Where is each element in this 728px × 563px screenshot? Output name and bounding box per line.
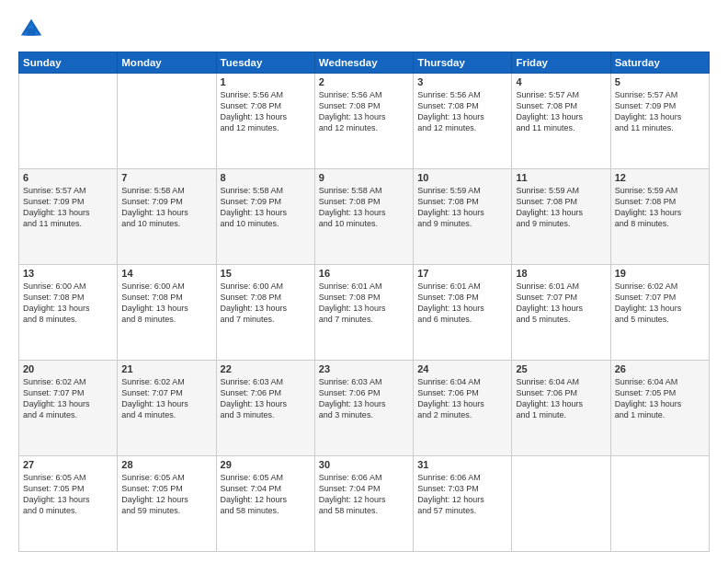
table-row: 27Sunrise: 6:05 AM Sunset: 7:05 PM Dayli…	[19, 456, 118, 552]
table-row: 11Sunrise: 5:59 AM Sunset: 7:08 PM Dayli…	[512, 169, 610, 265]
cell-detail: Sunrise: 6:06 AM Sunset: 7:03 PM Dayligh…	[417, 472, 507, 517]
calendar-week-row: 20Sunrise: 6:02 AM Sunset: 7:07 PM Dayli…	[19, 361, 710, 456]
table-row: 22Sunrise: 6:03 AM Sunset: 7:06 PM Dayli…	[216, 361, 314, 456]
table-row: 7Sunrise: 5:58 AM Sunset: 7:09 PM Daylig…	[118, 169, 216, 265]
table-row: 3Sunrise: 5:56 AM Sunset: 7:08 PM Daylig…	[414, 74, 512, 169]
table-row: 8Sunrise: 5:58 AM Sunset: 7:09 PM Daylig…	[216, 169, 314, 265]
cell-detail: Sunrise: 6:00 AM Sunset: 7:08 PM Dayligh…	[121, 281, 211, 326]
col-sunday: Sunday	[19, 52, 118, 74]
day-number: 12	[615, 172, 705, 183]
day-number: 17	[417, 268, 507, 279]
cell-detail: Sunrise: 5:59 AM Sunset: 7:08 PM Dayligh…	[417, 185, 507, 230]
table-row: 20Sunrise: 6:02 AM Sunset: 7:07 PM Dayli…	[19, 361, 118, 456]
day-number: 10	[417, 172, 507, 183]
day-number: 9	[319, 172, 409, 183]
day-number: 5	[615, 76, 705, 87]
table-row: 21Sunrise: 6:02 AM Sunset: 7:07 PM Dayli…	[118, 361, 216, 456]
cell-detail: Sunrise: 5:58 AM Sunset: 7:09 PM Dayligh…	[121, 185, 211, 230]
calendar-week-row: 13Sunrise: 6:00 AM Sunset: 7:08 PM Dayli…	[19, 265, 710, 361]
cell-detail: Sunrise: 6:04 AM Sunset: 7:06 PM Dayligh…	[516, 376, 606, 421]
cell-detail: Sunrise: 6:06 AM Sunset: 7:04 PM Dayligh…	[319, 472, 409, 517]
table-row: 10Sunrise: 5:59 AM Sunset: 7:08 PM Dayli…	[414, 169, 512, 265]
day-number: 15	[221, 268, 311, 279]
cell-detail: Sunrise: 5:59 AM Sunset: 7:08 PM Dayligh…	[516, 185, 606, 230]
cell-detail: Sunrise: 5:58 AM Sunset: 7:09 PM Dayligh…	[221, 185, 311, 230]
cell-detail: Sunrise: 5:56 AM Sunset: 7:08 PM Dayligh…	[221, 89, 311, 134]
day-number: 16	[319, 268, 409, 279]
col-thursday: Thursday	[414, 52, 512, 74]
cell-detail: Sunrise: 6:02 AM Sunset: 7:07 PM Dayligh…	[121, 376, 211, 421]
cell-detail: Sunrise: 5:57 AM Sunset: 7:09 PM Dayligh…	[615, 89, 705, 134]
day-number: 24	[417, 363, 507, 374]
day-number: 7	[121, 172, 211, 183]
day-number: 21	[121, 363, 211, 374]
table-row: 6Sunrise: 5:57 AM Sunset: 7:09 PM Daylig…	[19, 169, 118, 265]
svg-rect-2	[27, 29, 35, 35]
table-row: 16Sunrise: 6:01 AM Sunset: 7:08 PM Dayli…	[314, 265, 413, 361]
table-row: 28Sunrise: 6:05 AM Sunset: 7:05 PM Dayli…	[118, 456, 216, 552]
cell-detail: Sunrise: 6:05 AM Sunset: 7:04 PM Dayligh…	[221, 472, 311, 517]
table-row: 12Sunrise: 5:59 AM Sunset: 7:08 PM Dayli…	[610, 169, 709, 265]
col-friday: Friday	[512, 52, 610, 74]
cell-detail: Sunrise: 6:00 AM Sunset: 7:08 PM Dayligh…	[23, 281, 113, 326]
day-number: 28	[121, 459, 211, 470]
logo	[18, 17, 48, 42]
cell-detail: Sunrise: 5:58 AM Sunset: 7:08 PM Dayligh…	[319, 185, 409, 230]
day-number: 30	[319, 459, 409, 470]
day-number: 23	[319, 363, 409, 374]
table-row: 23Sunrise: 6:03 AM Sunset: 7:06 PM Dayli…	[314, 361, 413, 456]
table-row: 14Sunrise: 6:00 AM Sunset: 7:08 PM Dayli…	[118, 265, 216, 361]
table-row: 29Sunrise: 6:05 AM Sunset: 7:04 PM Dayli…	[216, 456, 314, 552]
day-number: 3	[417, 76, 507, 87]
table-row: 19Sunrise: 6:02 AM Sunset: 7:07 PM Dayli…	[610, 265, 709, 361]
calendar-week-row: 27Sunrise: 6:05 AM Sunset: 7:05 PM Dayli…	[19, 456, 710, 552]
table-row: 18Sunrise: 6:01 AM Sunset: 7:07 PM Dayli…	[512, 265, 610, 361]
page: Sunday Monday Tuesday Wednesday Thursday…	[0, 0, 728, 563]
cell-detail: Sunrise: 5:57 AM Sunset: 7:08 PM Dayligh…	[516, 89, 606, 134]
table-row: 24Sunrise: 6:04 AM Sunset: 7:06 PM Dayli…	[414, 361, 512, 456]
day-number: 11	[516, 172, 606, 183]
calendar-week-row: 6Sunrise: 5:57 AM Sunset: 7:09 PM Daylig…	[19, 169, 710, 265]
day-number: 13	[23, 268, 113, 279]
table-row	[118, 74, 216, 169]
day-number: 4	[516, 76, 606, 87]
table-row: 5Sunrise: 5:57 AM Sunset: 7:09 PM Daylig…	[610, 74, 709, 169]
cell-detail: Sunrise: 6:01 AM Sunset: 7:08 PM Dayligh…	[319, 281, 409, 326]
day-number: 25	[516, 363, 606, 374]
cell-detail: Sunrise: 5:56 AM Sunset: 7:08 PM Dayligh…	[417, 89, 507, 134]
cell-detail: Sunrise: 6:00 AM Sunset: 7:08 PM Dayligh…	[221, 281, 311, 326]
col-tuesday: Tuesday	[216, 52, 314, 74]
day-number: 8	[221, 172, 311, 183]
table-row	[512, 456, 610, 552]
col-monday: Monday	[118, 52, 216, 74]
day-number: 14	[121, 268, 211, 279]
table-row: 31Sunrise: 6:06 AM Sunset: 7:03 PM Dayli…	[414, 456, 512, 552]
logo-icon	[18, 17, 44, 42]
cell-detail: Sunrise: 6:01 AM Sunset: 7:08 PM Dayligh…	[417, 281, 507, 326]
table-row: 4Sunrise: 5:57 AM Sunset: 7:08 PM Daylig…	[512, 74, 610, 169]
table-row: 25Sunrise: 6:04 AM Sunset: 7:06 PM Dayli…	[512, 361, 610, 456]
cell-detail: Sunrise: 6:02 AM Sunset: 7:07 PM Dayligh…	[615, 281, 705, 326]
day-number: 6	[23, 172, 113, 183]
day-number: 29	[221, 459, 311, 470]
cell-detail: Sunrise: 6:02 AM Sunset: 7:07 PM Dayligh…	[23, 376, 113, 421]
day-number: 19	[615, 268, 705, 279]
cell-detail: Sunrise: 6:04 AM Sunset: 7:05 PM Dayligh…	[615, 376, 705, 421]
table-row: 2Sunrise: 5:56 AM Sunset: 7:08 PM Daylig…	[314, 74, 413, 169]
table-row: 13Sunrise: 6:00 AM Sunset: 7:08 PM Dayli…	[19, 265, 118, 361]
header	[18, 17, 710, 42]
cell-detail: Sunrise: 5:56 AM Sunset: 7:08 PM Dayligh…	[319, 89, 409, 134]
table-row: 1Sunrise: 5:56 AM Sunset: 7:08 PM Daylig…	[216, 74, 314, 169]
day-number: 31	[417, 459, 507, 470]
table-row: 9Sunrise: 5:58 AM Sunset: 7:08 PM Daylig…	[314, 169, 413, 265]
day-number: 2	[319, 76, 409, 87]
table-row: 17Sunrise: 6:01 AM Sunset: 7:08 PM Dayli…	[414, 265, 512, 361]
day-number: 22	[221, 363, 311, 374]
cell-detail: Sunrise: 6:03 AM Sunset: 7:06 PM Dayligh…	[319, 376, 409, 421]
day-number: 26	[615, 363, 705, 374]
table-row: 26Sunrise: 6:04 AM Sunset: 7:05 PM Dayli…	[610, 361, 709, 456]
table-row: 30Sunrise: 6:06 AM Sunset: 7:04 PM Dayli…	[314, 456, 413, 552]
table-row	[610, 456, 709, 552]
day-number: 20	[23, 363, 113, 374]
calendar-header-row: Sunday Monday Tuesday Wednesday Thursday…	[19, 52, 710, 74]
